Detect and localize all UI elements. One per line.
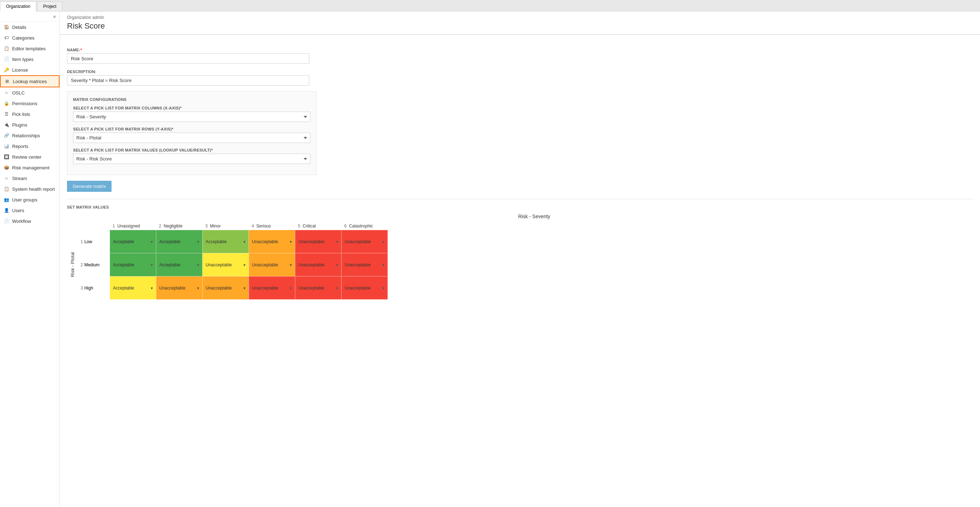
cell-select-0-2[interactable]: Acceptable [205, 239, 241, 244]
values-select[interactable]: Risk - Risk Score [73, 154, 310, 164]
sidebar-item-relationships[interactable]: 🔗 Relationships [0, 130, 59, 141]
sidebar-label-reports: Reports [12, 143, 29, 149]
sidebar-item-license[interactable]: 🔑 License [0, 65, 59, 75]
values-label: SELECT A PICK LIST FOR MATRIX VALUES (LO… [73, 148, 310, 152]
cell-1-3[interactable]: Unacceptable ▼ [249, 253, 295, 276]
cell-2-5[interactable]: Unacceptable ▼ [341, 276, 388, 300]
sidebar-label-risk-management: Risk management [12, 165, 49, 171]
sidebar-item-editor-templates[interactable]: 📋 Editor templates [0, 43, 59, 54]
relationships-icon: 🔗 [3, 132, 9, 138]
cell-select-1-1[interactable]: Acceptable [159, 262, 195, 268]
cell-2-1[interactable]: Unacceptable ▼ [156, 276, 202, 300]
cell-select-1-3[interactable]: Unacceptable [252, 262, 288, 268]
sidebar-label-user-groups: User groups [12, 197, 37, 202]
cell-arrow-2-1: ▼ [196, 286, 200, 290]
col-axis-select[interactable]: Risk - Severity [73, 112, 310, 122]
sidebar-item-permissions[interactable]: 🔒 Permissions [0, 98, 59, 109]
cell-select-0-0[interactable]: Acceptable [113, 239, 149, 244]
y-axis-label-container: Risk - Ptotal [67, 230, 78, 300]
cell-1-4[interactable]: Unacceptable ▼ [295, 253, 341, 276]
sidebar-item-item-types[interactable]: 📄 Item types [0, 54, 59, 65]
cell-0-2[interactable]: Acceptable ▼ [202, 230, 249, 253]
sidebar-item-lookup-matrices[interactable]: ⊞ Lookup matrices [0, 75, 59, 87]
cell-1-0[interactable]: Acceptable ▼ [110, 253, 156, 276]
cell-2-0[interactable]: Acceptable ▼ [110, 276, 156, 300]
name-input[interactable] [67, 54, 309, 64]
cell-0-1[interactable]: Acceptable ▼ [156, 230, 202, 253]
tab-project[interactable]: Project [37, 2, 62, 11]
categories-icon: 🏷 [3, 35, 9, 41]
sidebar-label-categories: Categories [12, 35, 35, 41]
cell-1-2[interactable]: Unacceptable ▼ [202, 253, 249, 276]
review-center-icon: 🔲 [3, 154, 9, 160]
sidebar-collapse-button[interactable]: « [51, 13, 58, 20]
matrix-config-section: MATRIX CONFIGURATIONS SELECT A PICK LIST… [67, 91, 317, 175]
cell-0-4[interactable]: Unacceptable ▼ [295, 230, 341, 253]
cell-select-2-5[interactable]: Unacceptable [345, 285, 380, 290]
row-axis-select[interactable]: Risk - Ptotal [73, 132, 310, 143]
cell-0-0[interactable]: Acceptable ▼ [110, 230, 156, 253]
matrix-row-0: 1 Low Acceptable ▼ Ac [78, 230, 388, 253]
sidebar-item-plugins[interactable]: 🔌 Plugins [0, 120, 59, 130]
cell-select-0-3[interactable]: Unacceptable [252, 239, 288, 244]
main-content: Organization admin Risk Score NAME:* DES… [60, 11, 980, 507]
cell-arrow-0-5: ▼ [382, 239, 385, 244]
description-input[interactable] [67, 75, 309, 86]
sidebar-item-risk-management[interactable]: 📦 Risk management [0, 162, 59, 173]
cell-2-2[interactable]: Unacceptable ▼ [202, 276, 249, 300]
cell-0-5[interactable]: Unacceptable ▼ [341, 230, 388, 253]
col-header-1: 2 Negligible [156, 222, 202, 230]
cell-select-0-4[interactable]: Unacceptable [298, 239, 334, 244]
cell-select-1-0[interactable]: Acceptable [113, 262, 149, 268]
row-label-0: 1 Low [78, 230, 110, 253]
sidebar-item-pick-lists[interactable]: ☰ Pick lists [0, 109, 59, 120]
sidebar-item-review-center[interactable]: 🔲 Review center [0, 151, 59, 162]
cell-1-5[interactable]: Unacceptable ▼ [341, 253, 388, 276]
cell-arrow-0-0: ▼ [150, 239, 154, 244]
sidebar-item-system-health-report[interactable]: 📋 System health report [0, 183, 59, 195]
cell-arrow-1-5: ▼ [382, 263, 385, 267]
sidebar-label-details: Details [12, 25, 26, 30]
matrix-body: Risk - Ptotal 1 Low Accepta [67, 230, 973, 300]
cell-arrow-2-3: ▼ [289, 286, 293, 290]
cell-select-0-5[interactable]: Unacceptable [345, 239, 380, 244]
sidebar-label-relationships: Relationships [12, 133, 40, 138]
lookup-matrices-icon: ⊞ [4, 78, 10, 84]
risk-management-icon: 📦 [3, 165, 9, 171]
cell-2-3[interactable]: Unacceptable ▼ [249, 276, 295, 300]
cell-select-2-3[interactable]: Unacceptable [252, 285, 288, 290]
cell-select-0-1[interactable]: Acceptable [159, 239, 195, 244]
license-icon: 🔑 [3, 67, 9, 73]
sidebar-item-workflow[interactable]: 📄 Workflow [0, 216, 59, 226]
cell-select-2-1[interactable]: Unacceptable [159, 285, 195, 290]
sidebar-item-user-groups[interactable]: 👥 User groups [0, 195, 59, 205]
cell-select-2-0[interactable]: Acceptable [113, 285, 149, 290]
sidebar-label-license: License [12, 67, 28, 73]
sidebar-item-details[interactable]: 🏠 Details [0, 22, 59, 32]
row-label-1: 2 Medium [78, 253, 110, 276]
cell-2-4[interactable]: Unacceptable ▼ [295, 276, 341, 300]
cell-select-2-2[interactable]: Unacceptable [205, 285, 241, 290]
tab-organization[interactable]: Organization [0, 2, 37, 11]
matrix-divider [67, 199, 973, 199]
cell-1-1[interactable]: Acceptable ▼ [156, 253, 202, 276]
sidebar-item-categories[interactable]: 🏷 Categories [0, 32, 59, 43]
generate-matrix-button[interactable]: Generate matrix [67, 181, 111, 192]
sidebar-item-users[interactable]: 👤 Users [0, 205, 59, 216]
cell-select-1-5[interactable]: Unacceptable [345, 262, 380, 268]
name-form-group: NAME:* [67, 48, 973, 64]
matrix-config-title: MATRIX CONFIGURATIONS [73, 97, 310, 102]
system-health-report-icon: 📋 [3, 186, 9, 192]
cell-arrow-2-2: ▼ [243, 286, 246, 290]
cell-select-1-4[interactable]: Unacceptable [298, 262, 334, 268]
sidebar-item-oslc[interactable]: ○ OSLC [0, 87, 59, 98]
sidebar-item-reports[interactable]: 📊 Reports [0, 141, 59, 151]
cell-0-3[interactable]: Unacceptable ▼ [249, 230, 295, 253]
header-divider [60, 35, 980, 35]
sidebar: « 🏠 Details 🏷 Categories 📋 Editor templa… [0, 11, 60, 507]
cell-select-2-4[interactable]: Unacceptable [298, 285, 334, 290]
sidebar-item-stream[interactable]: ○ Stream [0, 173, 59, 183]
cell-select-1-2[interactable]: Unacceptable [205, 262, 241, 268]
cell-arrow-0-2: ▼ [243, 239, 246, 244]
name-required: * [81, 48, 82, 52]
